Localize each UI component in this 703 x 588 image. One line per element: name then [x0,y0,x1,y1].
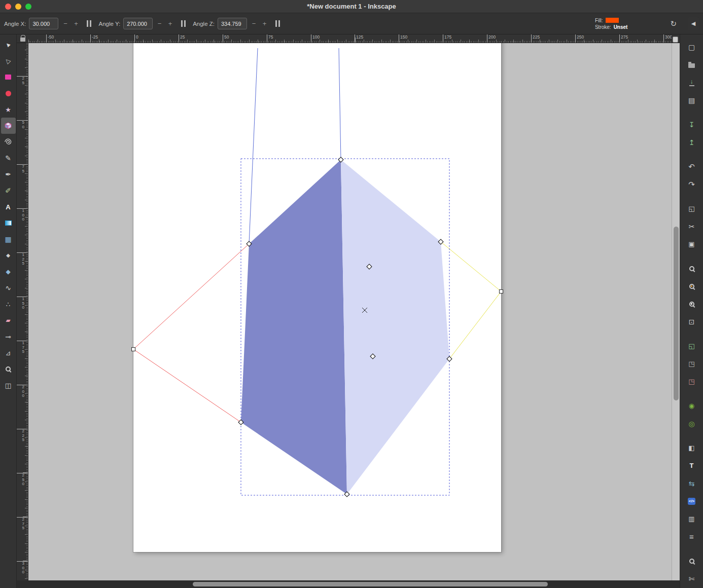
minimize-window-button[interactable] [15,4,21,10]
angle-z-increase-button[interactable]: + [261,20,268,27]
document-properties[interactable]: ▥ [683,510,700,528]
close-window-button[interactable] [5,4,11,10]
xml-editor-icon: </> [688,498,696,505]
eraser-tool-icon: ▰ [6,317,10,323]
symbols-dialog[interactable]: ✄ [683,570,700,587]
star-tool[interactable]: ★ [1,101,16,118]
copy[interactable]: ◱ [683,200,700,217]
vp-z-state-toggle[interactable] [275,20,280,27]
xml-editor[interactable]: </> [683,492,700,510]
v-ruler-label: 1 2 5 [17,252,28,266]
horizontal-scrollbar-thumb[interactable] [193,582,548,586]
angle-y-input[interactable] [123,18,153,29]
tweak-tool[interactable]: ∿ [1,280,16,296]
cut[interactable]: ✂ [683,217,700,235]
ellipse-tool[interactable] [1,85,16,101]
selector-tool[interactable]: ◄ [1,36,16,53]
duplicate-icon: ◱ [688,343,694,349]
unlink-clone[interactable]: ◳ [683,373,700,390]
horizontal-scrollbar[interactable] [17,580,672,588]
find-replace[interactable] [683,552,700,570]
vanishing-point-handle[interactable] [500,290,503,293]
vanishing-point-handle[interactable] [132,348,135,351]
vertical-ruler[interactable]: 2 55 07 51 0 01 2 51 5 01 7 52 0 02 2 52… [17,43,28,580]
preferences[interactable]: ≡ [683,528,700,545]
angle-z-input[interactable] [218,18,247,29]
rotate-view-icon[interactable]: ↻ [670,20,677,27]
node-tool-icon: ◁ [4,57,12,64]
import[interactable]: ↧ [683,116,700,133]
undo[interactable]: ↶ [683,158,700,175]
text-dialog[interactable]: T [683,457,700,474]
angle-x-field: Angle X: − + [4,18,80,29]
duplicate[interactable]: ◱ [683,337,700,355]
zoom-page[interactable] [683,295,700,313]
group-objects[interactable]: ◉ [683,397,700,415]
zoom-drawing[interactable] [683,277,700,295]
spiral-tool[interactable] [1,134,16,150]
angle-y-decrease-button[interactable]: − [156,20,163,27]
eraser-tool[interactable]: ▰ [1,312,16,328]
measure-tool[interactable]: ⊿ [1,345,16,361]
text-dialog-icon: T [690,462,694,469]
ungroup-objects[interactable]: ◎ [683,415,700,432]
zoom[interactable] [683,260,700,277]
h-ruler-label: 0 [134,34,138,43]
align-dialog[interactable]: ⇆ [683,474,700,492]
v-ruler-label: 1 0 0 [17,208,28,222]
bucket-tool[interactable]: ◆ [1,264,16,280]
angle-y-increase-button[interactable]: + [166,20,174,27]
horizontal-ruler[interactable]: -50-250255075100125150175200225250275300 [28,34,672,43]
canvas[interactable] [28,43,672,580]
ruler-corner-widget[interactable] [673,36,678,43]
box3d-left-face[interactable] [241,160,347,494]
text-tool-icon: A [6,204,10,210]
fill-stroke-dialog-icon: ◧ [688,445,694,451]
rectangle-tool[interactable] [1,69,16,85]
print-document[interactable]: ▤ [683,91,700,109]
angle-z-decrease-button[interactable]: − [250,20,258,27]
angle-x-increase-button[interactable]: + [72,20,80,27]
new-document[interactable]: ▢ [683,38,700,56]
y-axis-perspective-line [339,48,341,160]
zoom-selection[interactable]: ⊡ [683,313,700,330]
paste[interactable]: ▣ [683,235,700,253]
vp-x-state-toggle[interactable] [87,20,91,27]
save-document[interactable]: ↓ [683,74,700,91]
gradient-tool[interactable] [1,215,16,231]
export-icon: ↥ [689,139,695,146]
redo[interactable]: ↷ [683,175,700,193]
angle-x-input[interactable] [29,18,58,29]
export[interactable]: ↥ [683,133,700,151]
calligraphy-tool[interactable]: ✐ [1,182,16,199]
lock-guides-icon[interactable] [20,38,25,42]
zoom-tool-icon [6,366,11,372]
mesh-tool[interactable]: ▦ [1,231,16,247]
spray-tool[interactable]: ∴ [1,296,16,312]
create-clone-icon: ◳ [688,360,694,367]
pen-tool[interactable]: ✒ [1,166,16,182]
vp-y-state-toggle[interactable] [181,20,186,27]
zoom-tool[interactable] [1,361,16,377]
text-tool[interactable]: A [1,199,16,215]
vertical-scrollbar[interactable] [672,43,680,580]
fill-swatch[interactable] [606,18,619,23]
vertical-scrollbar-thumb[interactable] [674,227,679,400]
snap-bar-toggle-button[interactable]: ◀ [688,17,699,30]
node-tool[interactable]: ◁ [1,53,16,69]
v-ruler-label: 2 2 5 [17,429,28,443]
dropper-tool[interactable]: ◆ [1,247,16,264]
maximize-window-button[interactable] [25,4,31,10]
pages-tool[interactable]: ◫ [1,377,16,393]
fill-stroke-dialog[interactable]: ◧ [683,439,700,457]
box3d-tool[interactable] [1,118,16,134]
window-title: *New document 1 - Inkscape [0,3,703,10]
create-clone[interactable]: ◳ [683,355,700,373]
pencil-tool[interactable]: ✎ [1,150,16,166]
angle-x-decrease-button[interactable]: − [61,20,69,27]
connector-tool-icon: ⊸ [5,333,11,340]
box3d-right-face[interactable] [341,160,449,494]
v-ruler-label: 2 7 5 [17,517,28,531]
connector-tool[interactable]: ⊸ [1,328,16,345]
open-document[interactable] [683,56,700,74]
